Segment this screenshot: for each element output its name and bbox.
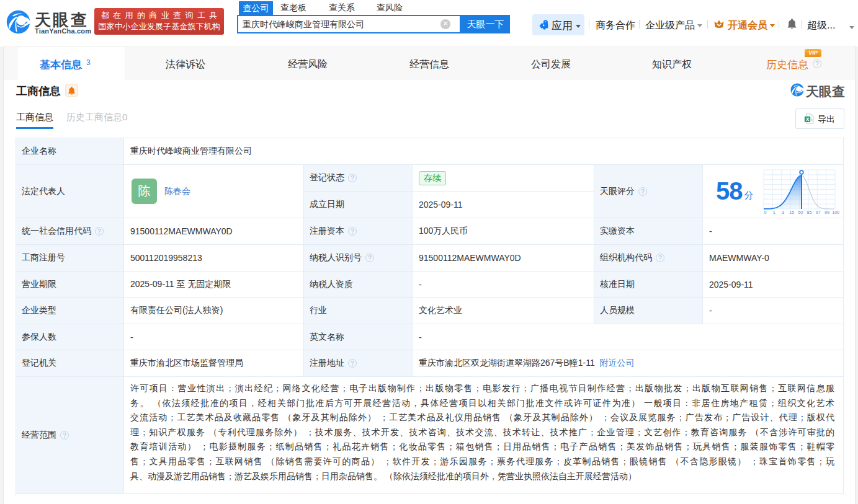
svg-text:3: 3: [782, 210, 784, 214]
svg-text:99: 99: [824, 210, 829, 214]
svg-text:50: 50: [798, 210, 803, 214]
svg-text:15: 15: [789, 210, 794, 214]
svg-text:1: 1: [773, 210, 775, 214]
svg-text:85: 85: [807, 210, 812, 214]
svg-text:97: 97: [816, 210, 821, 214]
svg-text:0: 0: [764, 210, 767, 214]
svg-text:100: 100: [832, 210, 839, 214]
